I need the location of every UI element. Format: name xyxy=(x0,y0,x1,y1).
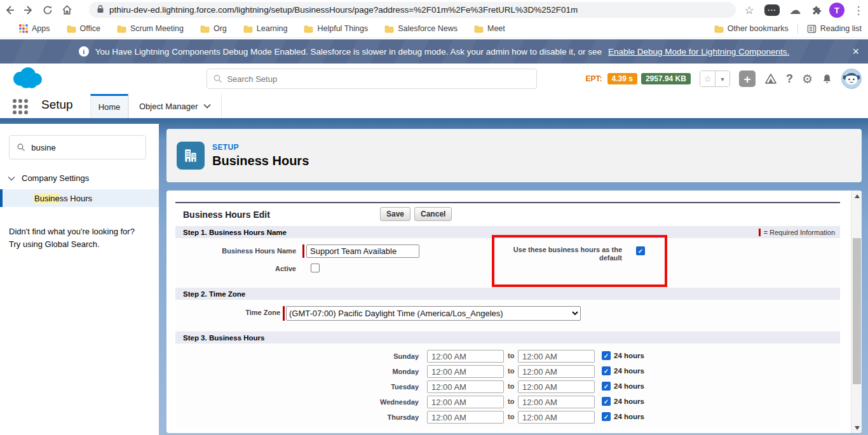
home-icon[interactable] xyxy=(57,2,76,18)
folder-icon xyxy=(714,25,724,33)
monday-end-input[interactable] xyxy=(518,365,595,378)
wednesday-24hours-checkbox[interactable]: ✓ xyxy=(602,397,611,406)
favorite-star-icon[interactable]: ☆ xyxy=(700,71,715,86)
reload-icon[interactable] xyxy=(38,2,57,18)
bookmark-meet[interactable]: Meet xyxy=(474,24,505,33)
app-launcher-waffle-icon[interactable] xyxy=(13,99,28,114)
trailhead-help-icon[interactable] xyxy=(764,73,777,84)
sunday-start-input[interactable] xyxy=(427,350,504,363)
setup-search-input[interactable] xyxy=(227,74,530,84)
form-title-row: Business Hours Edit Save Cancel xyxy=(175,203,840,226)
scroll-up-arrow[interactable] xyxy=(851,191,862,201)
quick-find-box[interactable] xyxy=(9,135,146,159)
reading-list[interactable]: Reading list xyxy=(807,24,862,34)
apps-grid-icon xyxy=(19,24,28,33)
offline-cloud-icon[interactable]: ☁ xyxy=(787,2,803,18)
setup-search-box[interactable] xyxy=(207,69,537,89)
search-match-highlight: Busine xyxy=(34,194,60,203)
monday-start-input[interactable] xyxy=(427,365,504,378)
back-icon[interactable] xyxy=(0,2,19,18)
folder-icon xyxy=(304,25,313,33)
day-row-wednesday: Wednesday to ✓ 24 hours xyxy=(175,396,840,409)
app-name: Setup xyxy=(41,98,73,112)
tuesday-24hours-checkbox[interactable]: ✓ xyxy=(602,382,611,391)
default-hours-checkbox[interactable]: ✓ xyxy=(636,246,645,255)
bookmark-apps[interactable]: Apps xyxy=(19,24,50,33)
bookmarks-bar: Apps Office Scrum Meeting Org Learning H… xyxy=(0,20,868,38)
help-icon[interactable]: ? xyxy=(786,72,793,86)
business-hours-name-input[interactable] xyxy=(306,244,419,258)
day-row-sunday: Sunday to ✓ 24 hours xyxy=(175,350,840,363)
card-scrollbar[interactable] xyxy=(851,191,862,433)
page-header-eyebrow: SETUP xyxy=(212,143,309,152)
form-title: Business Hours Edit xyxy=(175,210,270,220)
extensions-puzzle-icon[interactable] xyxy=(808,2,825,18)
bookmark-org[interactable]: Org xyxy=(200,24,227,33)
wednesday-start-input[interactable] xyxy=(427,396,504,408)
tuesday-end-input[interactable] xyxy=(518,380,595,393)
scroll-down-arrow[interactable] xyxy=(851,422,862,433)
banner-close-icon[interactable]: × xyxy=(852,46,859,57)
bookmark-office[interactable]: Office xyxy=(67,24,100,33)
business-hours-edit-card: Business Hours Edit Save Cancel Step 1. … xyxy=(166,191,862,433)
folder-icon xyxy=(200,25,210,33)
sunday-24hours-checkbox[interactable]: ✓ xyxy=(602,351,611,360)
notifications-bell-icon[interactable] xyxy=(822,74,832,84)
folder-icon xyxy=(384,25,394,33)
folder-icon xyxy=(474,25,484,33)
bookmark-star-icon[interactable]: ☆ xyxy=(741,2,757,18)
save-button[interactable]: Save xyxy=(380,207,410,221)
extension-dots-icon[interactable]: ··· xyxy=(764,2,780,18)
business-hours-edit-form: Business Hours Edit Save Cancel Step 1. … xyxy=(175,202,840,429)
scrollbar-thumb[interactable] xyxy=(853,238,861,384)
browser-avatar[interactable]: T xyxy=(829,2,845,18)
required-bar-icon xyxy=(302,244,304,258)
setup-sidebar: Company Settings Business Hours Didn't f… xyxy=(0,124,159,435)
forward-icon[interactable] xyxy=(19,2,38,18)
tab-home[interactable]: Home xyxy=(90,94,128,118)
step3-body: Sunday to ✓ 24 hours Monday to xyxy=(175,344,840,429)
default-hours-label: Use these business hours as the default xyxy=(495,246,622,262)
required-bar-icon xyxy=(759,229,761,236)
folder-icon xyxy=(243,25,253,33)
other-bookmarks[interactable]: Other bookmarks xyxy=(714,24,789,33)
sunday-end-input[interactable] xyxy=(518,350,595,363)
sidebar-item-business-hours[interactable]: Business Hours xyxy=(0,189,159,207)
quick-find-input[interactable] xyxy=(31,143,138,152)
step2-header: Step 2. Time Zone xyxy=(175,288,840,300)
tuesday-start-input[interactable] xyxy=(427,380,504,393)
thursday-start-input[interactable] xyxy=(427,411,504,424)
bookmark-salesforce-news[interactable]: Salesforce News xyxy=(384,24,458,33)
lock-icon xyxy=(97,4,104,16)
chevron-down-icon xyxy=(203,104,211,109)
debug-mode-banner: i You Have Lightning Components Debug Mo… xyxy=(0,39,868,64)
bookmark-helpful-things[interactable]: Helpful Things xyxy=(304,24,368,33)
sidebar-section-company-settings[interactable]: Company Settings xyxy=(8,173,89,183)
user-avatar[interactable] xyxy=(841,69,862,89)
tab-object-manager[interactable]: Object Manager xyxy=(128,94,222,118)
salesforce-logo xyxy=(8,65,47,95)
enable-debug-mode-link[interactable]: Enable Debug Mode for Lightning Componen… xyxy=(608,47,789,57)
thursday-end-input[interactable] xyxy=(518,411,595,424)
active-checkbox[interactable] xyxy=(311,264,320,272)
bookmark-scrum-meeting[interactable]: Scrum Meeting xyxy=(117,24,184,33)
required-bar-icon xyxy=(283,306,285,321)
thursday-24hours-checkbox[interactable]: ✓ xyxy=(602,412,611,421)
browser-menu-icon[interactable]: ⋮ xyxy=(850,2,867,18)
monday-24hours-checkbox[interactable]: ✓ xyxy=(602,366,611,375)
cancel-button[interactable]: Cancel xyxy=(414,207,452,221)
info-icon: i xyxy=(79,46,89,57)
divider xyxy=(797,23,798,34)
setup-gear-icon[interactable]: ⚙ xyxy=(802,72,813,86)
wednesday-end-input[interactable] xyxy=(518,396,595,408)
global-actions-button[interactable]: + xyxy=(739,70,756,87)
favorites-button[interactable]: ☆ ▾ xyxy=(700,70,730,87)
chevron-down-icon xyxy=(8,176,15,181)
favorites-caret-icon[interactable]: ▾ xyxy=(715,71,729,86)
screen: pthiru-dev-ed.lightning.force.com/lightn… xyxy=(0,0,868,435)
timezone-select[interactable]: (GMT-07:00) Pacific Daylight Time (Ameri… xyxy=(286,306,581,321)
step1-body: Business Hours Name Active Use these bus… xyxy=(175,238,840,288)
address-bar[interactable]: pthiru-dev-ed.lightning.force.com/lightn… xyxy=(89,2,736,18)
bookmark-learning[interactable]: Learning xyxy=(243,24,288,33)
business-hours-name-label: Business Hours Name xyxy=(175,247,296,255)
